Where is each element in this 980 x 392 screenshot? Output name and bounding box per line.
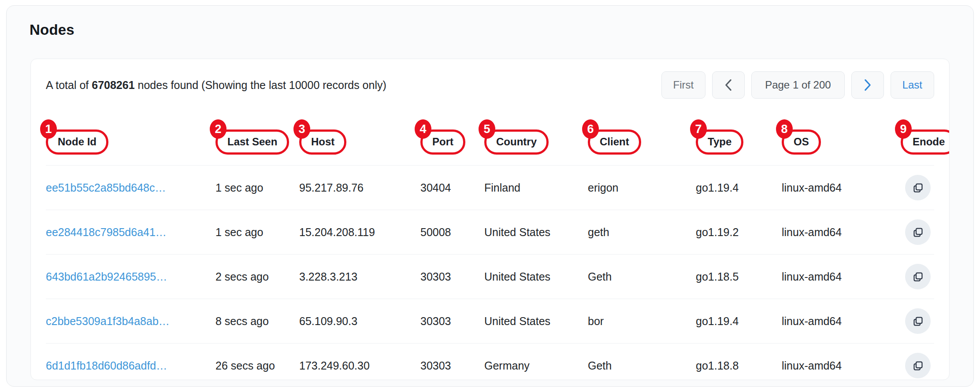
country-cell: United States — [484, 255, 588, 299]
column-header-enode: 9 Enode — [901, 108, 934, 166]
country-cell: Finland — [484, 166, 588, 210]
pagination: First Page 1 of 200 Last — [661, 71, 935, 99]
header-label-enode: Enode — [913, 136, 945, 148]
os-cell: linux-amd64 — [782, 344, 901, 381]
node-id-link[interactable]: 643bd61a2b92465895… — [46, 270, 167, 283]
host-cell: 95.217.89.76 — [299, 166, 420, 210]
copy-enode-button[interactable] — [905, 353, 931, 378]
column-header-last-seen: 2 Last Seen — [215, 108, 299, 166]
copy-icon — [912, 360, 924, 372]
copy-icon — [912, 271, 924, 283]
prev-page-button[interactable] — [712, 71, 745, 99]
column-header-host: 3 Host — [299, 108, 420, 166]
type-cell: go1.18.5 — [696, 255, 782, 299]
annotation-oval-8: 8 OS — [782, 129, 821, 155]
client-cell: bor — [588, 299, 696, 344]
annotation-oval-2: 2 Last Seen — [215, 129, 289, 155]
annotation-badge-4: 4 — [415, 119, 431, 139]
page-indicator[interactable]: Page 1 of 200 — [751, 71, 844, 99]
annotation-oval-5: 5 Country — [484, 129, 549, 155]
table-row: ee284418c7985d6a41… 1 sec ago 15.204.208… — [46, 210, 934, 255]
table-header-row: 1 Node Id 2 Last Seen 3 Host — [46, 108, 934, 166]
type-cell: go1.18.8 — [696, 344, 782, 381]
annotation-badge-9: 9 — [895, 119, 912, 139]
table-row: 6d1d1fb18d60d86adfd… 26 secs ago 173.249… — [46, 344, 934, 381]
country-cell: United States — [484, 210, 588, 255]
header-label-os: OS — [794, 136, 809, 148]
annotation-badge-7: 7 — [690, 119, 707, 139]
header-label-country: Country — [496, 136, 537, 148]
table-row: 643bd61a2b92465895… 2 secs ago 3.228.3.2… — [46, 255, 934, 299]
client-cell: erigon — [588, 166, 696, 210]
client-cell: Geth — [588, 344, 696, 381]
annotation-oval-4: 4 Port — [420, 129, 465, 155]
annotation-oval-7: 7 Type — [696, 129, 743, 155]
column-header-port: 4 Port — [420, 108, 484, 166]
client-cell: Geth — [588, 255, 696, 299]
country-cell: United States — [484, 299, 588, 344]
summary-prefix: A total of — [46, 79, 92, 91]
nodes-table-card: A total of 6708261 nodes found (Showing … — [30, 59, 950, 380]
annotation-badge-5: 5 — [479, 119, 495, 139]
annotation-badge-6: 6 — [582, 119, 599, 139]
host-cell: 3.228.3.213 — [299, 255, 420, 299]
summary-suffix: nodes found (Showing the last 10000 reco… — [135, 79, 386, 91]
port-cell: 30404 — [420, 166, 484, 210]
host-cell: 173.249.60.30 — [299, 344, 420, 381]
port-cell: 30303 — [420, 299, 484, 344]
nodes-panel: Nodes A total of 6708261 nodes found (Sh… — [6, 5, 974, 387]
table-row: ee51b55c2a85bd648c… 1 sec ago 95.217.89.… — [46, 166, 934, 210]
host-cell: 15.204.208.119 — [299, 210, 420, 255]
header-label-type: Type — [708, 136, 731, 148]
annotation-badge-3: 3 — [293, 119, 310, 139]
table-row: c2bbe5309a1f3b4a8ab… 8 secs ago 65.109.9… — [46, 299, 934, 344]
type-cell: go1.19.4 — [696, 166, 782, 210]
annotation-oval-3: 3 Host — [299, 129, 346, 155]
chevron-right-icon — [864, 79, 872, 91]
column-header-country: 5 Country — [484, 108, 588, 166]
annotation-badge-1: 1 — [40, 119, 57, 139]
annotation-oval-1: 1 Node Id — [46, 129, 108, 155]
copy-icon — [912, 226, 924, 238]
info-bar: A total of 6708261 nodes found (Showing … — [46, 59, 934, 108]
last-seen-cell: 1 sec ago — [215, 166, 299, 210]
port-cell: 50008 — [420, 210, 484, 255]
header-label-host: Host — [311, 136, 334, 148]
last-seen-cell: 8 secs ago — [215, 299, 299, 344]
copy-enode-button[interactable] — [905, 175, 931, 200]
next-page-button[interactable] — [851, 71, 884, 99]
column-header-type: 7 Type — [696, 108, 782, 166]
column-header-client: 6 Client — [588, 108, 696, 166]
node-id-link[interactable]: ee51b55c2a85bd648c… — [46, 181, 166, 194]
copy-enode-button[interactable] — [905, 264, 931, 289]
annotation-badge-8: 8 — [776, 119, 793, 139]
copy-enode-button[interactable] — [905, 308, 931, 334]
header-label-node-id: Node Id — [58, 136, 97, 148]
first-page-button[interactable]: First — [661, 71, 706, 99]
node-id-link[interactable]: 6d1d1fb18d60d86adfd… — [46, 359, 167, 372]
type-cell: go1.19.2 — [696, 210, 782, 255]
header-label-client: Client — [600, 136, 629, 148]
host-cell: 65.109.90.3 — [299, 299, 420, 344]
port-cell: 30303 — [420, 344, 484, 381]
copy-icon — [912, 182, 924, 194]
copy-enode-button[interactable] — [905, 219, 931, 245]
header-label-last-seen: Last Seen — [227, 136, 277, 148]
os-cell: linux-amd64 — [782, 255, 901, 299]
column-header-os: 8 OS — [782, 108, 901, 166]
os-cell: linux-amd64 — [782, 166, 901, 210]
page-title: Nodes — [30, 22, 74, 38]
last-seen-cell: 1 sec ago — [215, 210, 299, 255]
nodes-table: 1 Node Id 2 Last Seen 3 Host — [46, 108, 934, 380]
type-cell: go1.19.4 — [696, 299, 782, 344]
last-page-button[interactable]: Last — [891, 71, 934, 99]
os-cell: linux-amd64 — [782, 210, 901, 255]
country-cell: Germany — [484, 344, 588, 381]
node-id-link[interactable]: c2bbe5309a1f3b4a8ab… — [46, 315, 170, 327]
total-node-count: 6708261 — [92, 79, 134, 91]
node-id-link[interactable]: ee284418c7985d6a41… — [46, 226, 167, 238]
column-header-node-id: 1 Node Id — [46, 108, 215, 166]
last-seen-cell: 2 secs ago — [215, 255, 299, 299]
last-seen-cell: 26 secs ago — [215, 344, 299, 381]
client-cell: geth — [588, 210, 696, 255]
